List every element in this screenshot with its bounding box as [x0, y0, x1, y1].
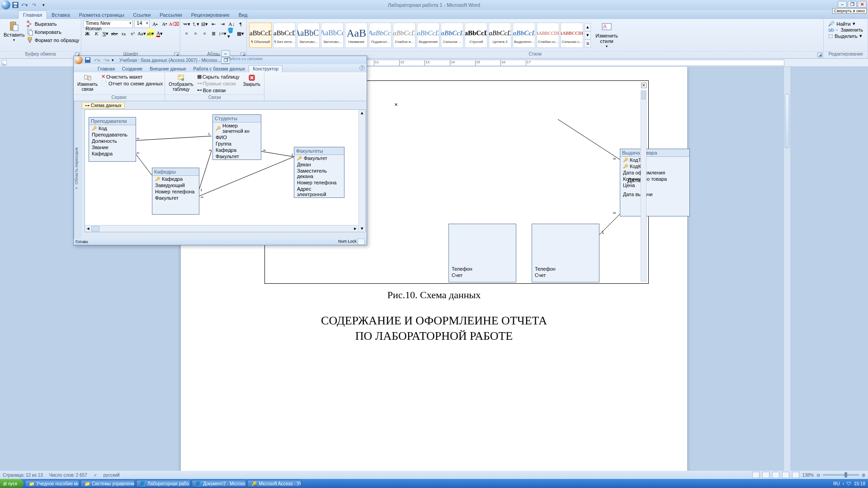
doc-tab-close-icon[interactable]: ✕ [394, 102, 398, 107]
status-words[interactable]: Число слов: 2 657 [49, 473, 87, 478]
highlight-button[interactable]: ab▾ [146, 29, 155, 38]
shading-button[interactable]: 🪣▾ [227, 29, 236, 38]
bullets-button[interactable]: ≔▾ [182, 20, 190, 28]
undo-icon[interactable]: ↶▾ [20, 1, 28, 9]
align-right-button[interactable]: ≡ [200, 29, 208, 38]
style-item[interactable]: AaBbCcDdВыделение [417, 23, 439, 48]
access-tab-create[interactable]: Создание [118, 66, 146, 72]
status-language[interactable]: русский [104, 473, 120, 478]
multilevel-button[interactable]: ⊟▾ [200, 20, 208, 28]
redo-icon[interactable]: ↷ [30, 1, 38, 9]
align-center-button[interactable]: ≡ [191, 29, 199, 38]
change-case-button[interactable]: Aa▾ [137, 29, 146, 38]
borders-button[interactable]: ▦▾ [236, 29, 245, 38]
styles-more-icon[interactable]: ≡ [585, 39, 591, 47]
style-item[interactable]: AaBbCcDdСтрогий [465, 23, 487, 48]
access-redo-icon[interactable]: ↷▾ [102, 56, 110, 64]
line-spacing-button[interactable]: ↕≡▾ [218, 29, 226, 38]
zoom-in-button[interactable]: ⊕ [862, 473, 865, 478]
view-read-button[interactable] [762, 472, 769, 478]
tab-review[interactable]: Рецензирование [187, 11, 234, 19]
numbering-button[interactable]: ⒈▾ [191, 20, 199, 28]
close-button[interactable]: ✕ [858, 1, 867, 8]
table-departments[interactable]: Кафедры Кафедра Заведующий Номер телефон… [152, 168, 199, 215]
tab-view[interactable]: Вид [234, 11, 252, 19]
access-help-icon[interactable]: ? [359, 65, 365, 70]
taskbar-item[interactable]: 📘Лабораторная рабо... [136, 480, 190, 487]
font-size-combo[interactable]: 14 [134, 20, 150, 28]
hide-table-button[interactable]: ▦Скрыть таблицу [197, 73, 240, 80]
shrink-font-button[interactable]: A▾ [160, 20, 169, 28]
style-item[interactable]: AABBCCDDСильная с... [561, 23, 583, 48]
canvas-hscroll[interactable]: ◂▸ [85, 225, 359, 232]
zoom-out-button[interactable]: ⊖ [816, 473, 820, 478]
embedded-close-icon[interactable]: ✕ [641, 83, 646, 88]
style-item[interactable]: AaBbCcЗаголово... [297, 23, 320, 48]
paste-button[interactable]: Вставить ▾ [2, 20, 27, 50]
style-item[interactable]: AaBbCcDd¶ Обычный [249, 23, 272, 48]
select-button[interactable]: ⬚Выделить ▾ [828, 33, 863, 39]
clock[interactable]: 15:18 [854, 481, 865, 486]
style-item[interactable]: AaBbCcЗаголово... [321, 23, 344, 48]
language-indicator[interactable]: RU [833, 481, 840, 486]
access-minimize-button[interactable]: – [221, 50, 230, 57]
access-tab-external[interactable]: Внешние данные [146, 66, 189, 72]
style-item[interactable]: AaBbCcDdСлабое в... [393, 23, 415, 48]
save-icon[interactable] [12, 1, 19, 9]
access-tab-home[interactable]: Главная [94, 66, 118, 72]
styles-up-icon[interactable]: ▴ [585, 23, 591, 31]
align-left-button[interactable]: ≡ [182, 29, 190, 38]
access-save-icon[interactable] [84, 56, 91, 64]
word-vscroll[interactable] [783, 67, 790, 471]
style-item[interactable]: AABBCCDDСлабая сс... [537, 23, 559, 48]
spellcheck-icon[interactable]: ✓ [94, 473, 97, 478]
tab-home[interactable]: Главная [18, 10, 47, 19]
view-print-button[interactable] [752, 472, 760, 478]
access-tab-dbtools[interactable]: Работа с базами данных [190, 66, 249, 72]
status-page[interactable]: Страница: 12 из 13 [3, 473, 43, 478]
style-item[interactable]: AaBbCcDdЦитата 2 [489, 23, 511, 48]
replace-button[interactable]: ab→Заменить [828, 27, 863, 33]
relations-canvas[interactable]: ∞1 ∞1 1∞ ∞ ∞1 Преподаватели Код Преподав… [85, 109, 366, 232]
relation-report-button[interactable]: 📄Отчет по схеме данных [101, 80, 163, 87]
cut-button[interactable]: Вырезать [27, 20, 80, 28]
font-color-button[interactable]: A▾ [156, 29, 164, 38]
tray-icon[interactable]: ‹ [843, 481, 844, 486]
clear-format-button[interactable]: A⌫ [170, 20, 178, 28]
taskbar-item[interactable]: 📁Учедное пособие мо... [25, 480, 79, 487]
access-tab-design[interactable]: Конструктор [249, 65, 283, 72]
increase-indent-button[interactable]: ⇥ [218, 20, 226, 28]
show-table-button[interactable]: + Отобразить таблицу [167, 73, 195, 93]
view-web-button[interactable] [772, 472, 779, 478]
style-item[interactable]: AaBbCcDdВыделенн... [513, 23, 535, 48]
access-view-button[interactable] [358, 239, 365, 245]
subscript-button[interactable]: x₂ [119, 29, 127, 38]
style-item[interactable]: AaBbCcDd¶ Без инте... [273, 23, 296, 48]
underline-button[interactable]: Ч▾ [101, 29, 109, 38]
find-button[interactable]: 🔎Найти ▾ [828, 21, 863, 27]
font-name-combo[interactable]: Times New Roman [83, 20, 133, 28]
styles-down-icon[interactable]: ▾ [585, 31, 591, 39]
taskbar-item[interactable]: 📘Документ2 - Microso... [192, 480, 246, 487]
strike-button[interactable]: abc [110, 29, 118, 38]
tab-selector[interactable]: ∟ [1, 60, 7, 66]
access-office-button[interactable] [75, 56, 83, 64]
zoom-slider[interactable] [823, 474, 859, 476]
close-relations-button[interactable]: Закрыть [241, 73, 263, 88]
style-item[interactable]: AaBbCcDdСильное ... [441, 23, 463, 48]
grow-font-button[interactable]: A▴ [151, 20, 159, 28]
access-qat-more-icon[interactable]: ▾ [112, 58, 114, 62]
office-button[interactable] [1, 0, 10, 9]
access-title-bar[interactable]: ↶▾ ↷▾ ▾ Учебная : база данных (Access 20… [74, 56, 367, 64]
navigation-pane-collapsed[interactable]: »Область переходов [74, 101, 82, 239]
copy-button[interactable]: Копировать [27, 28, 80, 36]
view-draft-button[interactable] [792, 472, 799, 478]
tab-pagelayout[interactable]: Разметка страницы [75, 11, 129, 19]
all-relations-button[interactable]: ⊷Все связи [197, 87, 240, 94]
minimize-button[interactable]: – [838, 1, 847, 8]
taskbar-item[interactable]: 📁Системы управлени... [80, 480, 135, 487]
view-outline-button[interactable] [782, 472, 789, 478]
justify-button[interactable]: ≣ [209, 29, 217, 38]
embedded-vscroll[interactable] [641, 90, 646, 282]
style-item[interactable]: АаВНазвание [345, 23, 368, 48]
